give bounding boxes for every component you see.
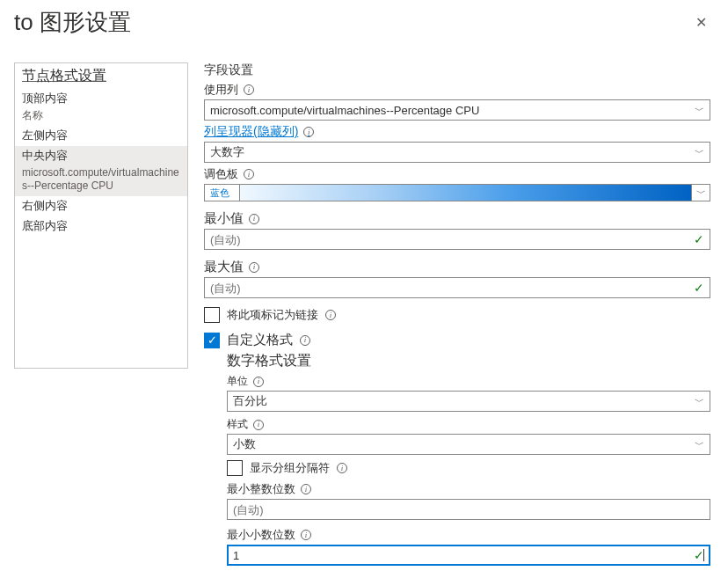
input-max[interactable]: ✓ <box>204 277 710 298</box>
label-unit: 单位 i <box>227 374 710 389</box>
select-style[interactable]: 小数 ﹀ <box>227 434 710 455</box>
chevron-down-icon[interactable]: ﹀ <box>691 184 710 201</box>
sidebar-item-left-content[interactable]: 左侧内容 <box>15 126 187 146</box>
input-min-frac-digits[interactable]: 1 ✓ <box>227 545 710 566</box>
chevron-down-icon: ﹀ <box>695 146 704 159</box>
checkbox-mark-as-link[interactable] <box>204 307 220 323</box>
chevron-down-icon: ﹀ <box>695 104 704 117</box>
label-mark-as-link: 将此项标记为链接 <box>227 307 318 323</box>
info-icon[interactable]: i <box>249 214 259 224</box>
select-palette[interactable]: 蓝色 ﹀ <box>204 184 710 201</box>
close-icon[interactable]: ✕ <box>690 11 712 34</box>
chevron-down-icon: ﹀ <box>695 438 704 451</box>
sidebar-item-center-sub: microsoft.compute/virtualmachines--Perce… <box>15 166 187 196</box>
info-icon[interactable]: i <box>244 169 254 179</box>
label-min: 最小值 i <box>204 210 710 227</box>
info-icon[interactable]: i <box>337 463 347 473</box>
label-custom-format: 自定义格式 <box>227 332 293 348</box>
select-column-renderer[interactable]: 大数字 ﹀ <box>204 142 710 163</box>
input-min[interactable]: ✓ <box>204 229 710 250</box>
sidebar-item-bottom-content[interactable]: 底部内容 <box>15 216 187 237</box>
input-min-int-digits[interactable] <box>227 499 710 520</box>
label-max: 最大值 i <box>204 259 710 275</box>
select-unit[interactable]: 百分比 ﹀ <box>227 391 710 412</box>
info-icon[interactable]: i <box>303 127 314 137</box>
link-column-renderer[interactable]: 列呈现器(隐藏列) i <box>204 124 314 140</box>
select-use-column[interactable]: microsoft.compute/virtualmachines--Perce… <box>204 99 710 121</box>
sidebar-node-format: 节点格式设置 顶部内容 名称 左侧内容 中央内容 microsoft.compu… <box>14 62 188 369</box>
info-icon[interactable]: i <box>244 84 254 95</box>
sidebar-item-top-content[interactable]: 顶部内容 <box>15 89 187 109</box>
label-show-separator: 显示分组分隔符 <box>250 460 330 476</box>
info-icon[interactable]: i <box>249 262 259 273</box>
main-settings-panel: 字段设置 使用列 i microsoft.compute/virtualmach… <box>204 62 714 571</box>
checkmark-icon: ✓ <box>694 548 704 562</box>
palette-gradient-preview <box>239 184 691 201</box>
checkmark-icon: ✓ <box>694 281 704 295</box>
info-icon[interactable]: i <box>301 530 311 540</box>
checkmark-icon: ✓ <box>694 232 704 246</box>
sidebar-item-top-sub: 名称 <box>15 109 187 126</box>
checkbox-custom-format[interactable]: ✓ <box>204 333 220 348</box>
dialog-title: to 图形设置 <box>14 7 131 38</box>
section-number-format: 数字格式设置 <box>227 352 710 370</box>
label-style: 样式 i <box>227 417 710 432</box>
info-icon[interactable]: i <box>253 420 264 430</box>
sidebar-item-center-content[interactable]: 中央内容 <box>15 146 187 166</box>
info-icon[interactable]: i <box>300 335 310 346</box>
label-min-frac-digits: 最小小数位数 i <box>227 527 710 543</box>
sidebar-header: 节点格式设置 <box>15 63 187 89</box>
label-use-column: 使用列 i <box>204 82 710 98</box>
info-icon[interactable]: i <box>301 484 311 494</box>
info-icon[interactable]: i <box>253 377 264 387</box>
sidebar-item-right-content[interactable]: 右侧内容 <box>15 196 187 216</box>
section-field-settings: 字段设置 <box>204 62 710 78</box>
checkbox-show-separator[interactable] <box>227 460 243 476</box>
label-min-int-digits: 最小整数位数 i <box>227 481 710 497</box>
chevron-down-icon: ﹀ <box>695 395 704 408</box>
label-palette: 调色板 i <box>204 166 710 182</box>
info-icon[interactable]: i <box>325 310 336 320</box>
